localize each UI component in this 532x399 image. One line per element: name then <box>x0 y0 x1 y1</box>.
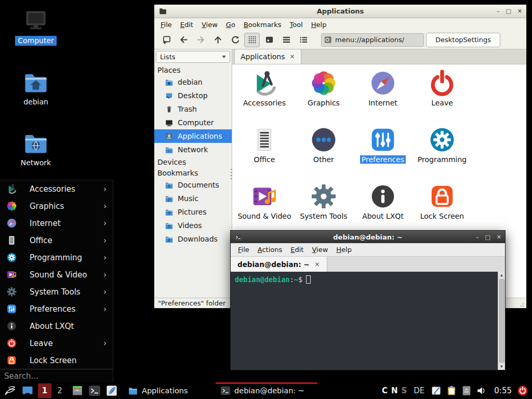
tray-screenshot[interactable] <box>431 385 442 396</box>
menu-item-graphics[interactable]: Graphics› <box>0 197 113 215</box>
menu-item-office[interactable]: Office› <box>0 232 113 249</box>
close-button[interactable]: ✕ <box>517 8 522 14</box>
window-title: debian@debian: ~ <box>231 233 505 241</box>
keyboard-layout-indicator[interactable]: DE <box>414 386 424 395</box>
sidebar-item-computer[interactable]: Computer <box>154 116 232 129</box>
sidebar-item-downloads[interactable]: Downloads <box>154 232 232 246</box>
chevron-down-icon <box>222 56 226 58</box>
clock[interactable]: 0:55 <box>494 386 512 395</box>
scrollbar-thumb[interactable] <box>499 279 504 363</box>
window-title: Applications <box>154 7 526 15</box>
search-input[interactable] <box>0 371 113 381</box>
quicklaunch-qterminal[interactable] <box>88 384 101 397</box>
task-button-1[interactable]: Applications <box>123 382 210 399</box>
terminal-menu-view[interactable]: View <box>308 244 332 255</box>
maximize-button[interactable]: □ <box>506 8 511 14</box>
power-button[interactable] <box>517 385 528 396</box>
app-category-other[interactable]: Other <box>294 126 353 182</box>
sidebar-item-label: debian <box>178 78 203 86</box>
fm-menu-help[interactable]: Help <box>307 19 331 30</box>
menu-item-internet[interactable]: Internet› <box>0 215 113 232</box>
thumbnail-view-button[interactable] <box>261 33 277 47</box>
sidebar-item-debian[interactable]: debian <box>154 75 232 89</box>
menu-item-accessories[interactable]: Accessories› <box>0 180 113 197</box>
app-category-preferences[interactable]: Preferences <box>353 126 413 182</box>
app-category-internet[interactable]: Internet <box>353 69 413 126</box>
detailed-list-view-button[interactable] <box>278 33 294 47</box>
fm-menu-file[interactable]: File <box>156 19 176 30</box>
sidebar-item-pictures[interactable]: Pictures <box>154 205 232 219</box>
up-button[interactable] <box>210 33 225 47</box>
terminal-menu-actions[interactable]: Actions <box>254 244 287 255</box>
address-bar[interactable]: menu://applications/ <box>321 33 424 47</box>
tray-eject[interactable] <box>461 385 472 396</box>
new-tab-button[interactable] <box>158 33 174 47</box>
submenu-arrow-icon: › <box>103 219 107 228</box>
scroll-down-icon[interactable]: ▼ <box>500 363 503 370</box>
menu-item-leave[interactable]: Leave› <box>0 335 113 352</box>
leave-icon <box>428 69 456 97</box>
sidebar-item-videos[interactable]: Videos <box>154 219 232 232</box>
sidebar-item-network[interactable]: Network <box>154 143 232 156</box>
menu-item-sound-video[interactable]: Sound & Video› <box>0 266 113 283</box>
show-desktop-button[interactable] <box>21 384 34 397</box>
menu-item-system-tools[interactable]: System Tools› <box>0 283 113 300</box>
app-category-programming[interactable]: Programming <box>413 126 472 182</box>
sidebar-item-trash[interactable]: Trash <box>154 102 232 116</box>
fm-menu-edit[interactable]: Edit <box>176 19 197 30</box>
tab-applications[interactable]: Applications ✕ <box>234 49 301 64</box>
tray-volume[interactable] <box>476 385 487 396</box>
main-menu-button[interactable] <box>3 384 17 397</box>
menu-item-about-lxqt[interactable]: About LXQt <box>0 317 113 335</box>
back-button[interactable] <box>176 33 191 47</box>
tab-close-icon[interactable]: ✕ <box>290 54 295 60</box>
tab-close-icon[interactable]: ✕ <box>315 261 320 268</box>
scroll-up-icon[interactable]: ▲ <box>500 272 503 278</box>
app-category-leave[interactable]: Leave <box>413 69 472 126</box>
quicklaunch-file-manager[interactable] <box>71 384 84 397</box>
path-segment-button[interactable]: DesktopSettings <box>426 33 500 47</box>
terminal-screen[interactable]: debian@debian:~$ ▲ ▼ <box>231 272 505 370</box>
file-manager-titlebar[interactable]: Applications – □ ✕ <box>154 5 526 18</box>
resize-grip[interactable] <box>520 302 525 307</box>
desktop-icon-computer[interactable]: Computer <box>8 7 63 46</box>
minimize-button[interactable]: – <box>497 8 500 14</box>
minimize-button[interactable]: – <box>476 234 479 240</box>
terminal-menu-help[interactable]: Help <box>332 244 356 255</box>
desktop-icon-label: Computer <box>15 36 57 46</box>
fm-menu-go[interactable]: Go <box>222 19 240 30</box>
address-text[interactable]: menu://applications/ <box>335 36 404 44</box>
terminal-titlebar[interactable]: debian@debian: ~ – □ ✕ <box>231 231 505 243</box>
icon-view-button[interactable] <box>244 33 260 47</box>
maximize-button[interactable]: □ <box>485 234 490 240</box>
close-button[interactable]: ✕ <box>497 234 501 240</box>
compact-view-button[interactable] <box>296 33 311 47</box>
app-category-accessories[interactable]: Accessories <box>235 69 294 126</box>
sidebar-mode-selector[interactable]: Lists <box>156 51 230 63</box>
app-category-office[interactable]: Office <box>235 126 294 182</box>
terminal-scrollbar[interactable]: ▲ ▼ <box>498 272 505 370</box>
menu-item-programming[interactable]: Programming› <box>0 249 113 266</box>
fm-menu-view[interactable]: View <box>197 19 222 30</box>
quicklaunch-featherpad[interactable] <box>105 384 118 397</box>
sidebar-item-desktop[interactable]: Desktop <box>154 89 232 102</box>
terminal-menu-edit[interactable]: Edit <box>286 244 308 255</box>
menu-item-lock-screen[interactable]: Lock Screen <box>0 352 113 369</box>
sidebar-item-applications[interactable]: Applications <box>154 129 232 143</box>
workspace-2[interactable]: 2 <box>53 383 66 398</box>
desktop-icon-network[interactable]: Network <box>8 129 63 168</box>
workspace-1[interactable]: 1 <box>38 383 51 398</box>
desktop-icon-debian[interactable]: debian <box>8 69 63 107</box>
app-category-graphics[interactable]: Graphics <box>294 69 353 126</box>
forward-button[interactable] <box>193 33 208 47</box>
fm-menu-bookmarks[interactable]: Bookmarks <box>240 19 286 30</box>
terminal-tab[interactable]: debian@debian: ~ ✕ <box>231 257 327 272</box>
sidebar-item-documents[interactable]: Documents <box>154 178 232 192</box>
refresh-button[interactable] <box>227 33 243 47</box>
tray-clipboard[interactable] <box>446 385 457 396</box>
terminal-menu-file[interactable]: File <box>234 244 254 255</box>
menu-item-preferences[interactable]: Preferences› <box>0 300 113 317</box>
fm-menu-tool[interactable]: Tool <box>286 19 307 30</box>
sidebar-item-music[interactable]: Music <box>154 192 232 205</box>
task-button-2[interactable]: debian@debian: ~ <box>216 382 317 399</box>
